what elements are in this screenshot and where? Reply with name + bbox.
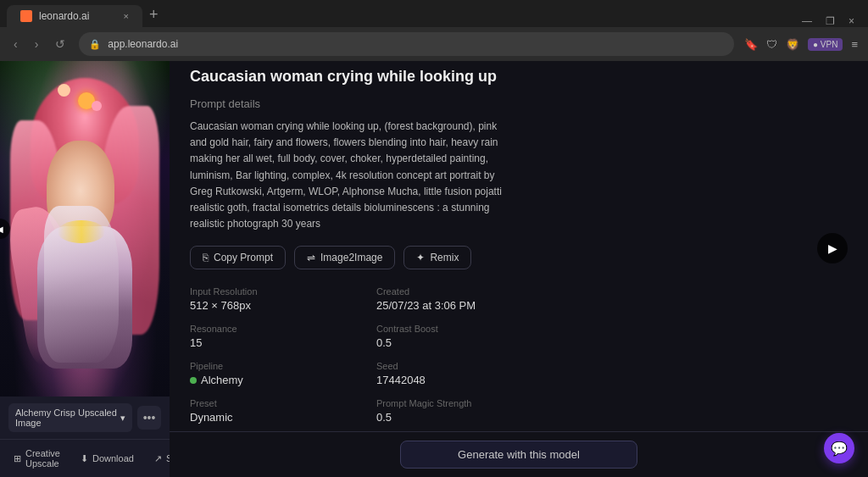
resonance-value: 15 (190, 336, 342, 349)
bookmark-icon[interactable]: 🔖 (744, 38, 758, 51)
generate-button[interactable]: Generate with this model (400, 441, 637, 469)
download-label: Download (92, 453, 134, 463)
remix-label: Remix (430, 252, 459, 263)
dropdown-label: Alchemy Crisp Upscaled Image (15, 408, 120, 428)
share-icon: ↗ (154, 453, 162, 464)
right-panel: ▶ Caucasian woman crying while looking u… (170, 61, 868, 477)
remix-icon: ✦ (416, 252, 425, 263)
chevron-right-icon: ▶ (828, 241, 837, 255)
tab-favicon (20, 10, 32, 22)
creative-upscale-label: Creative Upscale (25, 448, 60, 469)
remix-button[interactable]: ✦ Remix (403, 246, 471, 269)
chevron-down-icon: ▾ (120, 413, 125, 424)
contrast-boost-value: 0.5 (376, 336, 529, 349)
necklace (58, 220, 105, 243)
upscale-icon: ⊞ (14, 453, 21, 464)
menu-icon[interactable]: ≡ (851, 38, 858, 51)
preset-label: Preset (190, 398, 342, 408)
close-button[interactable]: × (849, 15, 854, 27)
creative-upscale-button[interactable]: ⊞ Creative Upscale (8, 445, 65, 472)
brave-icon[interactable]: 🦁 (786, 38, 799, 51)
url-text: app.leonardo.ai (108, 38, 178, 50)
new-tab-button[interactable]: + (142, 3, 165, 27)
prompt-details-label: Prompt details (190, 97, 848, 110)
generate-bar: Generate with this model (170, 431, 868, 477)
resonance-label: Resonance (190, 324, 342, 334)
copy-icon: ⎘ (203, 252, 209, 263)
image2image-label: Image2Image (320, 252, 382, 263)
prompt-magic-strength-item: Prompt Magic Strength 0.5 (376, 398, 529, 424)
created-item: Created 25/07/23 at 3:06 PM (376, 286, 529, 312)
lock-icon: 🔒 (89, 39, 101, 50)
image-actions: ⊞ Creative Upscale ⬇ Download ↗ Share (0, 439, 170, 477)
copy-prompt-button[interactable]: ⎘ Copy Prompt (190, 246, 286, 269)
more-options-button[interactable]: ••• (137, 406, 161, 430)
input-resolution-label: Input Resolution (190, 286, 342, 297)
alchemy-indicator (190, 377, 197, 384)
resonance-item: Resonance 15 (190, 324, 342, 349)
upscale-dropdown[interactable]: Alchemy Crisp Upscaled Image ▾ (8, 403, 132, 432)
pipeline-item: Pipeline Alchemy (190, 361, 342, 386)
preset-value: Dynamic (190, 411, 342, 424)
address-input[interactable]: 🔒 app.leonardo.ai (79, 32, 734, 56)
prompt-actions: ⎘ Copy Prompt ⇌ Image2Image ✦ Remix (190, 246, 848, 269)
image-container: ◀ (0, 61, 170, 397)
forward-button[interactable]: › (31, 36, 42, 53)
image2image-icon: ⇌ (307, 252, 315, 263)
pipeline-label: Pipeline (190, 361, 342, 371)
image-title: Caucasian woman crying while looking up (190, 61, 848, 86)
prompt-magic-strength-label: Prompt Magic Strength (376, 398, 529, 408)
created-value: 25/07/23 at 3:06 PM (376, 299, 529, 312)
contrast-boost-item: Contrast Boost 0.5 (376, 324, 529, 349)
browser-chrome: leonardo.ai × + — ❐ × ‹ › ↺ 🔒 app.leonar… (0, 0, 868, 61)
seed-item: Seed 17442048 (376, 361, 529, 386)
flower-decoration-2 (58, 84, 70, 97)
minimize-button[interactable]: — (802, 15, 812, 27)
left-panel: ◀ Alchemy Crisp Upscaled Image ▾ ••• ⊞ C… (0, 61, 170, 477)
vpn-badge[interactable]: ● VPN (808, 38, 843, 51)
dots-icon: ••• (143, 411, 156, 424)
chat-bubble-button[interactable]: 💬 (824, 433, 854, 463)
browser-actions: 🔖 🛡 🦁 ● VPN ≡ (744, 38, 858, 51)
image2image-button[interactable]: ⇌ Image2Image (294, 246, 395, 269)
next-image-button[interactable]: ▶ (817, 233, 848, 263)
prompt-text: Caucasian woman crying while looking up,… (190, 119, 512, 232)
shield-icon[interactable]: 🛡 (766, 38, 777, 51)
tab-close-button[interactable]: × (124, 11, 129, 21)
image-toolbar: Alchemy Crisp Upscaled Image ▾ ••• (0, 397, 170, 439)
pipeline-value: Alchemy (190, 374, 342, 386)
tab-bar: leonardo.ai × + — ❐ × (0, 0, 868, 27)
main-content: ◀ Alchemy Crisp Upscaled Image ▾ ••• ⊞ C… (0, 61, 868, 477)
preset-item: Preset Dynamic (190, 398, 342, 424)
download-button[interactable]: ⬇ Download (75, 450, 139, 468)
woman-figure (17, 78, 153, 363)
seed-label: Seed (376, 361, 529, 371)
copy-prompt-label: Copy Prompt (214, 252, 273, 263)
input-resolution-item: Input Resolution 512 × 768px (190, 286, 342, 312)
address-bar: ‹ › ↺ 🔒 app.leonardo.ai 🔖 🛡 🦁 ● VPN ≡ (0, 27, 868, 61)
flower-decoration-3 (92, 101, 102, 111)
active-tab[interactable]: leonardo.ai × (7, 5, 142, 27)
input-resolution-value: 512 × 768px (190, 299, 342, 312)
chat-icon: 💬 (831, 441, 848, 457)
created-label: Created (376, 286, 529, 297)
ai-generated-image (0, 61, 170, 397)
seed-value: 17442048 (376, 374, 529, 386)
maximize-button[interactable]: ❐ (826, 15, 835, 27)
refresh-button[interactable]: ↺ (52, 36, 69, 53)
contrast-boost-label: Contrast Boost (376, 324, 529, 334)
window-controls: — ❐ × (802, 15, 861, 27)
download-icon: ⬇ (81, 453, 88, 464)
tab-title: leonardo.ai (39, 10, 89, 22)
back-button[interactable]: ‹ (10, 36, 21, 53)
chevron-left-icon: ◀ (0, 225, 3, 234)
prompt-magic-strength-value: 0.5 (376, 411, 529, 424)
